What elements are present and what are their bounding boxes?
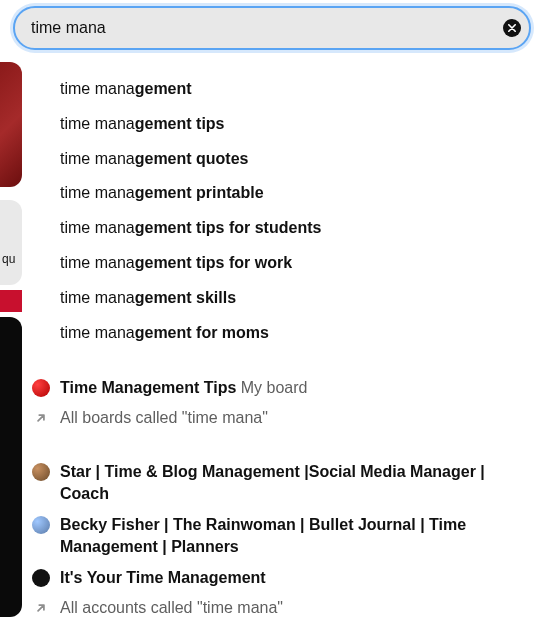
suggestion-prefix: time mana xyxy=(60,219,135,236)
search-dropdown: time managementtime management tipstime … xyxy=(22,54,535,622)
search-suggestion[interactable]: time management tips xyxy=(60,107,515,142)
background-image xyxy=(0,200,22,285)
all-accounts-label: All accounts called "time mana" xyxy=(60,599,283,617)
search-suggestion[interactable]: time management for moms xyxy=(60,316,515,351)
background-image xyxy=(0,62,22,187)
account-avatar xyxy=(32,569,50,587)
arrow-icon-wrap xyxy=(32,409,50,427)
suggestion-completion: gement quotes xyxy=(135,150,249,167)
background-bar xyxy=(0,290,22,312)
account-avatar xyxy=(32,516,50,534)
boards-section: Time Management Tips My boardAll boards … xyxy=(22,372,535,432)
all-boards-link[interactable]: All boards called "time mana" xyxy=(32,404,519,432)
suggestion-prefix: time mana xyxy=(60,150,135,167)
suggestion-prefix: time mana xyxy=(60,184,135,201)
suggestion-completion: gement for moms xyxy=(135,324,269,341)
arrow-icon-wrap xyxy=(32,599,50,617)
background-label: qu xyxy=(2,252,15,266)
search-pill[interactable] xyxy=(13,6,531,50)
board-suffix: My board xyxy=(236,379,307,396)
suggestion-prefix: time mana xyxy=(60,254,135,271)
search-suggestion[interactable]: time management printable xyxy=(60,176,515,211)
arrow-up-right-icon xyxy=(34,601,48,615)
account-result[interactable]: Becky Fisher | The Rainwoman | Bullet Jo… xyxy=(32,509,519,562)
account-name: Becky Fisher | The Rainwoman | Bullet Jo… xyxy=(60,516,466,555)
suggestion-completion: gement skills xyxy=(135,289,236,306)
background-image xyxy=(0,317,22,617)
suggestion-prefix: time mana xyxy=(60,80,135,97)
account-name: Star | Time & Blog Management |Social Me… xyxy=(60,463,485,502)
clear-search-button[interactable] xyxy=(503,19,521,37)
suggestion-completion: gement tips for work xyxy=(135,254,292,271)
background-content: qu xyxy=(0,0,22,622)
close-icon xyxy=(508,24,516,32)
suggestion-completion: gement tips xyxy=(135,115,225,132)
search-suggestion[interactable]: time management skills xyxy=(60,281,515,316)
suggestion-prefix: time mana xyxy=(60,324,135,341)
all-accounts-link[interactable]: All accounts called "time mana" xyxy=(32,594,519,622)
search-suggestion[interactable]: time management quotes xyxy=(60,142,515,177)
search-suggestion[interactable]: time management xyxy=(60,72,515,107)
suggestion-completion: gement xyxy=(135,80,192,97)
board-name: Time Management Tips xyxy=(60,379,236,396)
suggestions-list: time managementtime management tipstime … xyxy=(22,72,535,350)
suggestion-completion: gement tips for students xyxy=(135,219,322,236)
suggestion-prefix: time mana xyxy=(60,289,135,306)
people-section: Star | Time & Blog Management |Social Me… xyxy=(22,456,535,622)
all-boards-label: All boards called "time mana" xyxy=(60,409,268,427)
board-avatar xyxy=(32,379,50,397)
account-name: It's Your Time Management xyxy=(60,569,266,586)
arrow-up-right-icon xyxy=(34,411,48,425)
suggestion-prefix: time mana xyxy=(60,115,135,132)
board-result[interactable]: Time Management Tips My board xyxy=(32,372,519,404)
account-result[interactable]: Star | Time & Blog Management |Social Me… xyxy=(32,456,519,509)
account-avatar xyxy=(32,463,50,481)
search-suggestion[interactable]: time management tips for students xyxy=(60,211,515,246)
search-input[interactable] xyxy=(31,19,503,37)
search-suggestion[interactable]: time management tips for work xyxy=(60,246,515,281)
search-bar xyxy=(13,6,531,50)
suggestion-completion: gement printable xyxy=(135,184,264,201)
account-result[interactable]: It's Your Time Management xyxy=(32,562,519,594)
